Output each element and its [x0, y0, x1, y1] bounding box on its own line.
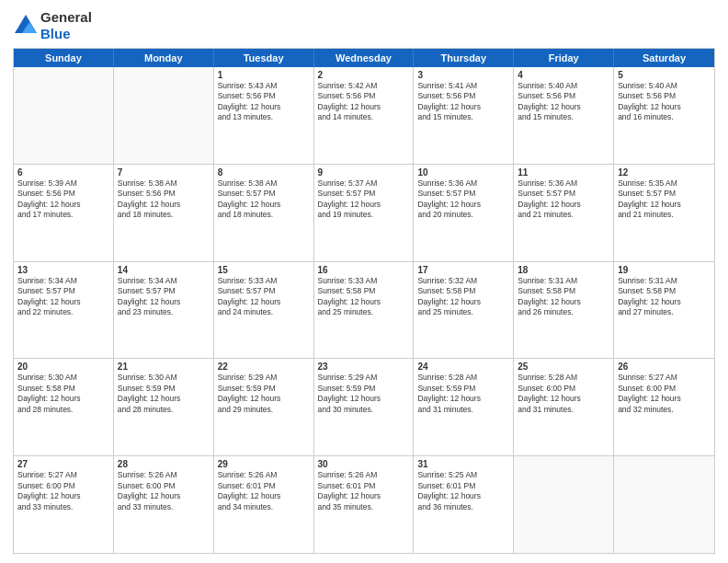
cell-line: Sunrise: 5:29 AM — [218, 373, 310, 383]
cell-line: and 28 minutes. — [17, 405, 109, 415]
cell-line: Sunset: 6:00 PM — [618, 384, 711, 394]
calendar-cell-day-22: 22Sunrise: 5:29 AMSunset: 5:59 PMDayligh… — [214, 359, 314, 455]
header-day-monday: Monday — [114, 49, 214, 67]
cell-line: Sunrise: 5:26 AM — [318, 470, 410, 480]
cell-line: Sunset: 5:57 PM — [518, 189, 609, 199]
cell-line: Sunset: 5:56 PM — [518, 91, 609, 101]
logo: General Blue — [13, 9, 92, 42]
cell-line: Sunset: 5:58 PM — [417, 286, 509, 296]
calendar-cell-day-1: 1Sunrise: 5:43 AMSunset: 5:56 PMDaylight… — [214, 67, 314, 164]
day-number: 4 — [518, 70, 609, 80]
cell-line: Sunrise: 5:27 AM — [17, 470, 109, 480]
cell-line: Sunrise: 5:36 AM — [518, 178, 609, 189]
page: General Blue SundayMondayTuesdayWednesda… — [0, 0, 728, 563]
cell-line: and 25 minutes. — [417, 307, 509, 317]
cell-line: Daylight: 12 hours — [518, 102, 609, 112]
cell-line: Sunset: 5:59 PM — [218, 384, 310, 394]
header-day-wednesday: Wednesday — [314, 49, 415, 67]
header-day-friday: Friday — [514, 49, 614, 67]
cell-line: Sunrise: 5:30 AM — [17, 373, 109, 383]
cell-line: Sunrise: 5:28 AM — [518, 373, 609, 383]
header: General Blue — [13, 9, 715, 42]
cell-line: Sunrise: 5:38 AM — [118, 178, 210, 189]
calendar-cell-day-20: 20Sunrise: 5:30 AMSunset: 5:58 PMDayligh… — [14, 359, 114, 455]
cell-line: Sunset: 5:56 PM — [218, 91, 310, 101]
cell-line: Sunset: 5:59 PM — [417, 384, 509, 394]
calendar-cell-day-17: 17Sunrise: 5:32 AMSunset: 5:58 PMDayligh… — [414, 262, 514, 359]
day-number: 28 — [118, 459, 210, 469]
calendar-cell-day-9: 9Sunrise: 5:37 AMSunset: 5:57 PMDaylight… — [314, 165, 415, 261]
calendar-cell-day-6: 6Sunrise: 5:39 AMSunset: 5:56 PMDaylight… — [14, 165, 114, 261]
cell-line: Sunrise: 5:31 AM — [518, 276, 609, 286]
calendar-cell-day-12: 12Sunrise: 5:35 AMSunset: 5:57 PMDayligh… — [614, 165, 714, 261]
cell-line: Daylight: 12 hours — [518, 200, 609, 210]
cell-line: and 19 minutes. — [318, 210, 410, 220]
cell-line: Sunrise: 5:41 AM — [417, 81, 509, 91]
calendar-row-3: 13Sunrise: 5:34 AMSunset: 5:57 PMDayligh… — [14, 262, 714, 360]
logo-icon — [13, 13, 39, 39]
cell-line: and 28 minutes. — [118, 405, 210, 415]
cell-line: and 31 minutes. — [518, 405, 609, 415]
cell-line: Sunrise: 5:35 AM — [618, 178, 711, 189]
cell-line: Sunrise: 5:26 AM — [118, 470, 210, 480]
cell-line: Sunset: 6:01 PM — [318, 481, 410, 491]
day-number: 22 — [218, 362, 310, 372]
cell-line: Daylight: 12 hours — [417, 102, 509, 112]
calendar-cell-day-26: 26Sunrise: 5:27 AMSunset: 6:00 PMDayligh… — [614, 359, 714, 455]
cell-line: and 13 minutes. — [218, 112, 310, 122]
calendar-cell-day-16: 16Sunrise: 5:33 AMSunset: 5:58 PMDayligh… — [314, 262, 415, 359]
cell-line: and 35 minutes. — [318, 502, 410, 512]
calendar-cell-empty — [114, 67, 214, 164]
cell-line: Daylight: 12 hours — [417, 491, 509, 501]
cell-line: Daylight: 12 hours — [618, 200, 711, 210]
cell-line: Sunset: 5:57 PM — [417, 189, 509, 199]
day-number: 19 — [618, 265, 711, 275]
cell-line: Daylight: 12 hours — [118, 200, 210, 210]
calendar-cell-day-25: 25Sunrise: 5:28 AMSunset: 6:00 PMDayligh… — [514, 359, 614, 455]
header-day-thursday: Thursday — [414, 49, 514, 67]
day-number: 21 — [118, 362, 210, 372]
cell-line: and 22 minutes. — [17, 307, 109, 317]
day-number: 12 — [618, 167, 711, 178]
cell-line: and 24 minutes. — [218, 307, 310, 317]
day-number: 27 — [17, 459, 109, 469]
cell-line: Daylight: 12 hours — [17, 394, 109, 404]
day-number: 25 — [518, 362, 609, 372]
calendar-cell-day-10: 10Sunrise: 5:36 AMSunset: 5:57 PMDayligh… — [414, 165, 514, 261]
day-number: 9 — [318, 167, 410, 178]
cell-line: Daylight: 12 hours — [318, 297, 410, 307]
cell-line: and 17 minutes. — [17, 210, 109, 220]
calendar-cell-day-8: 8Sunrise: 5:38 AMSunset: 5:57 PMDaylight… — [214, 165, 314, 261]
cell-line: Sunset: 6:01 PM — [417, 481, 509, 491]
day-number: 31 — [417, 459, 509, 469]
cell-line: Daylight: 12 hours — [218, 200, 310, 210]
day-number: 7 — [118, 167, 210, 178]
cell-line: Sunrise: 5:36 AM — [417, 178, 509, 189]
cell-line: Daylight: 12 hours — [17, 200, 109, 210]
cell-line: Sunset: 5:56 PM — [118, 189, 210, 199]
cell-line: Sunrise: 5:38 AM — [218, 178, 310, 189]
cell-line: and 34 minutes. — [218, 502, 310, 512]
cell-line: Sunset: 5:56 PM — [618, 91, 711, 101]
cell-line: Sunset: 5:56 PM — [417, 91, 509, 101]
cell-line: Sunset: 5:57 PM — [17, 286, 109, 296]
calendar-cell-day-28: 28Sunrise: 5:26 AMSunset: 6:00 PMDayligh… — [114, 456, 214, 553]
cell-line: Sunrise: 5:43 AM — [218, 81, 310, 91]
cell-line: Sunset: 5:58 PM — [518, 286, 609, 296]
cell-line: Daylight: 12 hours — [618, 394, 711, 404]
cell-line: Sunset: 6:00 PM — [118, 481, 210, 491]
day-number: 15 — [218, 265, 310, 275]
calendar-cell-empty — [514, 456, 614, 553]
day-number: 16 — [318, 265, 410, 275]
cell-line: and 15 minutes. — [417, 112, 509, 122]
calendar-cell-day-15: 15Sunrise: 5:33 AMSunset: 5:57 PMDayligh… — [214, 262, 314, 359]
calendar-body: 1Sunrise: 5:43 AMSunset: 5:56 PMDaylight… — [14, 67, 714, 553]
cell-line: and 26 minutes. — [518, 307, 609, 317]
cell-line: Daylight: 12 hours — [17, 491, 109, 501]
cell-line: and 21 minutes. — [518, 210, 609, 220]
day-number: 6 — [17, 167, 109, 178]
cell-line: Daylight: 12 hours — [518, 297, 609, 307]
calendar-cell-day-31: 31Sunrise: 5:25 AMSunset: 6:01 PMDayligh… — [414, 456, 514, 553]
calendar-row-1: 1Sunrise: 5:43 AMSunset: 5:56 PMDaylight… — [14, 67, 714, 165]
cell-line: Sunset: 5:57 PM — [618, 189, 711, 199]
